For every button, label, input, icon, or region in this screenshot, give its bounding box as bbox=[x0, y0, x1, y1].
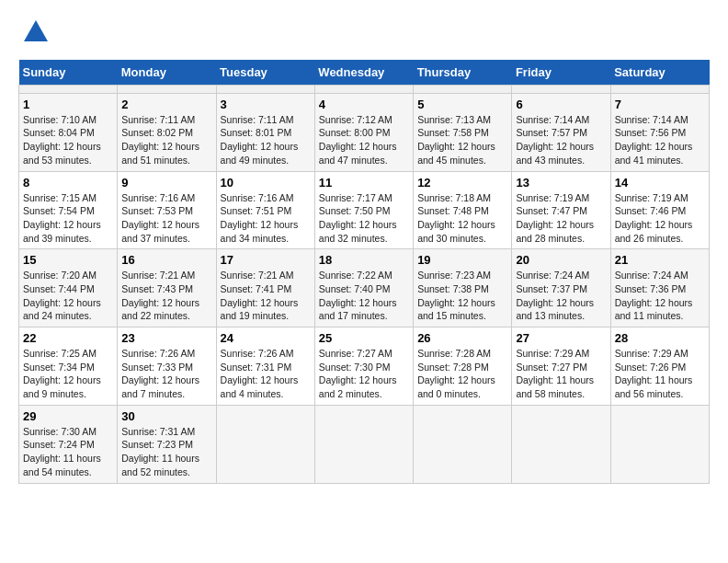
day-detail: Sunrise: 7:20 AM Sunset: 7:44 PM Dayligh… bbox=[23, 269, 113, 323]
day-detail: Sunrise: 7:17 AM Sunset: 7:50 PM Dayligh… bbox=[319, 191, 409, 246]
header-wednesday: Wednesday bbox=[314, 60, 413, 86]
day-number: 17 bbox=[221, 253, 311, 267]
day-detail: Sunrise: 7:31 AM Sunset: 7:23 PM Dayligh… bbox=[121, 425, 211, 479]
calendar-cell: 9Sunrise: 7:16 AM Sunset: 7:53 PM Daylig… bbox=[118, 171, 216, 249]
day-number: 20 bbox=[516, 253, 606, 267]
day-number: 26 bbox=[417, 331, 507, 345]
day-detail: Sunrise: 7:19 AM Sunset: 7:46 PM Dayligh… bbox=[615, 191, 705, 246]
day-number: 14 bbox=[615, 176, 705, 190]
calendar-cell: 8Sunrise: 7:15 AM Sunset: 7:54 PM Daylig… bbox=[19, 171, 118, 249]
header-sunday: Sunday bbox=[19, 60, 118, 86]
calendar-cell: 5Sunrise: 7:13 AM Sunset: 7:58 PM Daylig… bbox=[414, 93, 512, 171]
calendar-cell: 14Sunrise: 7:19 AM Sunset: 7:46 PM Dayli… bbox=[610, 171, 709, 249]
day-number: 9 bbox=[121, 176, 211, 190]
page-header bbox=[18, 18, 710, 51]
calendar-cell bbox=[414, 85, 512, 93]
day-number: 30 bbox=[121, 409, 211, 423]
day-detail: Sunrise: 7:29 AM Sunset: 7:27 PM Dayligh… bbox=[516, 347, 606, 401]
day-detail: Sunrise: 7:28 AM Sunset: 7:28 PM Dayligh… bbox=[417, 347, 507, 401]
calendar-cell: 19Sunrise: 7:23 AM Sunset: 7:38 PM Dayli… bbox=[414, 249, 512, 327]
header-thursday: Thursday bbox=[414, 60, 512, 86]
calendar-week-row: 8Sunrise: 7:15 AM Sunset: 7:54 PM Daylig… bbox=[19, 171, 710, 249]
day-number: 3 bbox=[221, 98, 311, 111]
calendar-week-row: 29Sunrise: 7:30 AM Sunset: 7:24 PM Dayli… bbox=[19, 405, 710, 483]
calendar-cell bbox=[314, 85, 413, 93]
day-detail: Sunrise: 7:27 AM Sunset: 7:30 PM Dayligh… bbox=[319, 347, 409, 401]
day-number: 28 bbox=[615, 331, 705, 345]
calendar-cell bbox=[216, 405, 314, 483]
calendar-cell: 13Sunrise: 7:19 AM Sunset: 7:47 PM Dayli… bbox=[512, 171, 610, 249]
day-number: 18 bbox=[319, 253, 409, 267]
day-detail: Sunrise: 7:13 AM Sunset: 7:58 PM Dayligh… bbox=[417, 113, 507, 167]
day-number: 29 bbox=[23, 409, 113, 423]
calendar-cell: 29Sunrise: 7:30 AM Sunset: 7:24 PM Dayli… bbox=[19, 405, 118, 483]
day-number: 13 bbox=[516, 176, 606, 190]
calendar-cell: 25Sunrise: 7:27 AM Sunset: 7:30 PM Dayli… bbox=[314, 327, 413, 406]
calendar-cell: 4Sunrise: 7:12 AM Sunset: 8:00 PM Daylig… bbox=[314, 93, 413, 171]
calendar-week-row: 1Sunrise: 7:10 AM Sunset: 8:04 PM Daylig… bbox=[19, 93, 710, 171]
day-number: 15 bbox=[23, 253, 113, 267]
day-detail: Sunrise: 7:26 AM Sunset: 7:31 PM Dayligh… bbox=[221, 347, 311, 401]
calendar-cell: 20Sunrise: 7:24 AM Sunset: 7:37 PM Dayli… bbox=[512, 249, 610, 327]
header-tuesday: Tuesday bbox=[216, 60, 314, 86]
day-detail: Sunrise: 7:19 AM Sunset: 7:47 PM Dayligh… bbox=[516, 191, 606, 246]
day-number: 25 bbox=[319, 331, 409, 345]
day-number: 19 bbox=[417, 253, 507, 267]
day-number: 23 bbox=[121, 331, 211, 345]
calendar-cell: 21Sunrise: 7:24 AM Sunset: 7:36 PM Dayli… bbox=[610, 249, 709, 327]
day-detail: Sunrise: 7:16 AM Sunset: 7:51 PM Dayligh… bbox=[221, 191, 311, 246]
calendar-week-row bbox=[19, 85, 710, 93]
day-number: 8 bbox=[23, 176, 113, 190]
calendar-cell bbox=[118, 85, 216, 93]
calendar-cell: 11Sunrise: 7:17 AM Sunset: 7:50 PM Dayli… bbox=[314, 171, 413, 249]
header-monday: Monday bbox=[118, 60, 216, 86]
day-detail: Sunrise: 7:29 AM Sunset: 7:26 PM Dayligh… bbox=[615, 347, 705, 401]
calendar-cell bbox=[610, 85, 709, 93]
day-detail: Sunrise: 7:18 AM Sunset: 7:48 PM Dayligh… bbox=[417, 191, 507, 246]
day-number: 2 bbox=[121, 98, 211, 111]
calendar-cell: 1Sunrise: 7:10 AM Sunset: 8:04 PM Daylig… bbox=[19, 93, 118, 171]
calendar-cell bbox=[512, 405, 610, 483]
calendar-cell: 17Sunrise: 7:21 AM Sunset: 7:41 PM Dayli… bbox=[216, 249, 314, 327]
calendar-cell: 28Sunrise: 7:29 AM Sunset: 7:26 PM Dayli… bbox=[610, 327, 709, 406]
day-number: 5 bbox=[417, 98, 507, 111]
day-detail: Sunrise: 7:16 AM Sunset: 7:53 PM Dayligh… bbox=[121, 191, 211, 246]
calendar-header-row: SundayMondayTuesdayWednesdayThursdayFrid… bbox=[19, 60, 710, 86]
calendar-cell bbox=[414, 405, 512, 483]
calendar-cell bbox=[512, 85, 610, 93]
day-detail: Sunrise: 7:10 AM Sunset: 8:04 PM Dayligh… bbox=[23, 113, 113, 167]
calendar-cell: 23Sunrise: 7:26 AM Sunset: 7:33 PM Dayli… bbox=[118, 327, 216, 406]
day-detail: Sunrise: 7:21 AM Sunset: 7:43 PM Dayligh… bbox=[121, 269, 211, 323]
day-number: 12 bbox=[417, 176, 507, 190]
calendar-cell: 15Sunrise: 7:20 AM Sunset: 7:44 PM Dayli… bbox=[19, 249, 118, 327]
calendar-week-row: 22Sunrise: 7:25 AM Sunset: 7:34 PM Dayli… bbox=[19, 327, 710, 406]
day-number: 22 bbox=[23, 331, 113, 345]
day-detail: Sunrise: 7:26 AM Sunset: 7:33 PM Dayligh… bbox=[121, 347, 211, 401]
day-number: 24 bbox=[221, 331, 311, 345]
day-detail: Sunrise: 7:11 AM Sunset: 8:02 PM Dayligh… bbox=[121, 113, 211, 167]
header-saturday: Saturday bbox=[610, 60, 709, 86]
calendar-cell: 27Sunrise: 7:29 AM Sunset: 7:27 PM Dayli… bbox=[512, 327, 610, 406]
calendar-cell: 22Sunrise: 7:25 AM Sunset: 7:34 PM Dayli… bbox=[19, 327, 118, 406]
header-friday: Friday bbox=[512, 60, 610, 86]
day-detail: Sunrise: 7:21 AM Sunset: 7:41 PM Dayligh… bbox=[221, 269, 311, 323]
calendar-cell: 12Sunrise: 7:18 AM Sunset: 7:48 PM Dayli… bbox=[414, 171, 512, 249]
calendar-cell: 16Sunrise: 7:21 AM Sunset: 7:43 PM Dayli… bbox=[118, 249, 216, 327]
day-number: 10 bbox=[221, 176, 311, 190]
day-detail: Sunrise: 7:14 AM Sunset: 7:57 PM Dayligh… bbox=[516, 113, 606, 167]
calendar-table: SundayMondayTuesdayWednesdayThursdayFrid… bbox=[18, 60, 710, 484]
day-detail: Sunrise: 7:30 AM Sunset: 7:24 PM Dayligh… bbox=[23, 425, 113, 479]
day-number: 21 bbox=[615, 253, 705, 267]
logo bbox=[18, 18, 50, 51]
calendar-cell bbox=[19, 85, 118, 93]
calendar-cell: 18Sunrise: 7:22 AM Sunset: 7:40 PM Dayli… bbox=[314, 249, 413, 327]
day-number: 1 bbox=[23, 98, 113, 111]
day-detail: Sunrise: 7:12 AM Sunset: 8:00 PM Dayligh… bbox=[319, 113, 409, 167]
day-detail: Sunrise: 7:11 AM Sunset: 8:01 PM Dayligh… bbox=[221, 113, 311, 167]
logo-icon bbox=[22, 18, 50, 46]
day-number: 16 bbox=[121, 253, 211, 267]
day-detail: Sunrise: 7:24 AM Sunset: 7:37 PM Dayligh… bbox=[516, 269, 606, 323]
day-number: 6 bbox=[516, 98, 606, 111]
day-detail: Sunrise: 7:24 AM Sunset: 7:36 PM Dayligh… bbox=[615, 269, 705, 323]
day-detail: Sunrise: 7:23 AM Sunset: 7:38 PM Dayligh… bbox=[417, 269, 507, 323]
